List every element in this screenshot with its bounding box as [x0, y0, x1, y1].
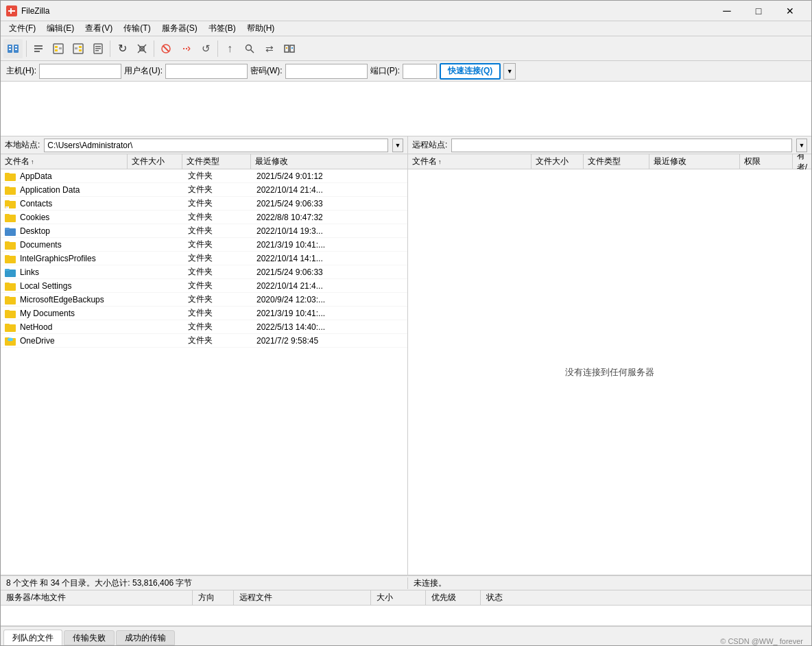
local-file-row[interactable]: MicrosoftEdgeBackups 文件夹 2020/9/24 12:03… [1, 293, 407, 307]
local-file-row[interactable]: My Documents 文件夹 2021/3/19 10:41:... [1, 307, 407, 320]
stop-button[interactable] [156, 39, 176, 58]
toggle-remote-tree-button[interactable] [69, 39, 88, 58]
remote-empty-text: 没有连接到任何服务器 [565, 366, 654, 379]
svg-rect-53 [5, 255, 10, 257]
disconnect-button[interactable] [176, 39, 195, 58]
svg-rect-13 [55, 46, 58, 48]
toggle-hidden-button[interactable] [132, 39, 152, 58]
col-header-modified[interactable]: 最近修改 [251, 154, 407, 169]
local-file-header: 文件名↑ 文件大小 文件类型 最近修改 [1, 154, 407, 169]
dir-up-button[interactable]: ↑ [220, 39, 239, 58]
queue-col-direction[interactable]: 方向 [193, 590, 234, 605]
quick-connect-dropdown[interactable]: ▼ [503, 63, 516, 80]
remote-path-dropdown[interactable]: ▼ [796, 139, 807, 152]
col-header-size[interactable]: 文件大小 [128, 154, 182, 169]
svg-rect-39 [5, 173, 10, 175]
minimize-button[interactable]: ─ [711, 1, 743, 21]
queue-col-remote[interactable]: 远程文件 [234, 590, 371, 605]
remote-path-input[interactable] [451, 139, 792, 152]
queue-col-priority[interactable]: 优先级 [426, 590, 481, 605]
find-button[interactable] [240, 39, 259, 58]
port-input[interactable] [403, 64, 437, 79]
svg-rect-22 [95, 48, 101, 49]
local-file-row[interactable]: Local Settings 文件夹 2022/10/14 21:4... [1, 279, 407, 293]
remote-col-size[interactable]: 文件大小 [532, 154, 584, 169]
local-path-input[interactable] [44, 139, 388, 152]
app-icon [6, 5, 17, 16]
queue-col-status[interactable]: 状态 [481, 590, 811, 605]
svg-rect-21 [95, 46, 101, 47]
local-file-row[interactable]: Cookies 文件夹 2022/8/8 10:47:32 [1, 211, 407, 224]
svg-rect-51 [5, 241, 10, 243]
file-icon [3, 253, 17, 264]
svg-rect-41 [5, 187, 10, 189]
tab-success[interactable]: 成功的传输 [116, 630, 175, 645]
user-label: 用户名(U): [124, 65, 163, 77]
col-header-type[interactable]: 文件类型 [182, 154, 251, 169]
local-file-row[interactable]: AppData 文件夹 2021/5/24 9:01:12 [1, 169, 407, 183]
file-name: IntelGraphicsProfiles [17, 254, 130, 263]
menu-item-edit[interactable]: 编辑(E) [41, 21, 80, 36]
local-file-row[interactable]: Application Data 文件夹 2022/10/14 21:4... [1, 183, 407, 197]
file-icon [3, 267, 17, 278]
local-path-label: 本地站点: [5, 139, 40, 151]
local-file-row[interactable]: IntelGraphicsProfiles 文件夹 2022/10/14 14:… [1, 252, 407, 265]
compare-dir-button[interactable] [280, 39, 299, 58]
path-bars: 本地站点: ▼ 远程站点: ▼ [1, 136, 811, 154]
file-type: 文件夹 [185, 335, 254, 346]
queue-col-server[interactable]: 服务器/本地文件 [1, 590, 193, 605]
local-file-row[interactable]: Links 文件夹 2021/5/24 9:06:33 [1, 265, 407, 279]
close-button[interactable]: ✕ [774, 1, 806, 21]
local-file-row[interactable]: NetHood 文件夹 2022/5/13 14:40:... [1, 320, 407, 334]
svg-rect-6 [15, 46, 17, 47]
menu-item-server[interactable]: 服务器(S) [156, 21, 203, 36]
queue-col-size[interactable]: 大小 [371, 590, 426, 605]
file-modified: 2021/5/24 9:01:12 [254, 171, 407, 181]
toggle-transfer-button[interactable] [88, 39, 108, 58]
remote-col-owner[interactable]: 所有者/组 [793, 154, 811, 169]
svg-rect-57 [5, 283, 10, 285]
tab-failed[interactable]: 传输失败 [64, 630, 115, 645]
menu-item-transfer[interactable]: 传输(T) [118, 21, 156, 36]
file-name: My Documents [17, 309, 130, 318]
col-header-name[interactable]: 文件名↑ [1, 154, 128, 169]
refresh-button[interactable]: ↻ [112, 39, 132, 58]
file-name: Links [17, 267, 130, 277]
svg-rect-59 [5, 296, 10, 298]
site-manager-button[interactable] [3, 39, 23, 58]
toggle-log-button[interactable] [29, 39, 48, 58]
menu-item-bookmark[interactable]: 书签(B) [203, 21, 241, 36]
local-file-row[interactable]: ↗ Contacts 文件夹 2021/5/24 9:06:33 [1, 197, 407, 211]
reconnect-button[interactable]: ↺ [196, 39, 215, 58]
local-file-list: AppData 文件夹 2021/5/24 9:01:12 Applicatio… [1, 169, 407, 575]
menu-item-file[interactable]: 文件(F) [3, 21, 41, 36]
svg-rect-55 [5, 269, 10, 271]
sync-browse-button[interactable]: ⇄ [260, 39, 279, 58]
local-file-row[interactable]: Desktop 文件夹 2022/10/14 19:3... [1, 224, 407, 238]
file-modified: 2022/10/14 21:4... [254, 281, 407, 291]
file-type: 文件夹 [185, 252, 254, 264]
toggle-local-tree-button[interactable] [49, 39, 68, 58]
tab-queued[interactable]: 列队的文件 [3, 630, 62, 646]
local-path-dropdown[interactable]: ▼ [392, 139, 403, 152]
remote-col-name[interactable]: 文件名↑ [408, 154, 532, 169]
maximize-button[interactable]: □ [743, 1, 774, 21]
quick-connect-button[interactable]: 快速连接(Q) [440, 63, 501, 80]
menu-item-help[interactable]: 帮助(H) [241, 21, 280, 36]
local-file-row[interactable]: OneDrive 文件夹 2021/7/2 9:58:45 [1, 334, 407, 348]
file-name: AppData [17, 171, 130, 181]
pass-label: 密码(W): [250, 65, 283, 77]
remote-col-type[interactable]: 文件类型 [584, 154, 649, 169]
user-input[interactable] [165, 64, 248, 79]
file-icon [3, 308, 17, 319]
menu-item-view[interactable]: 查看(V) [80, 21, 118, 36]
svg-rect-49 [5, 228, 10, 230]
remote-col-modified[interactable]: 最近修改 [649, 154, 741, 169]
host-input[interactable] [39, 64, 121, 79]
local-file-row[interactable]: Documents 文件夹 2021/3/19 10:41:... [1, 238, 407, 252]
queue-area [1, 606, 811, 626]
file-icon [3, 280, 17, 291]
remote-col-perm[interactable]: 权限 [740, 154, 792, 169]
pass-input[interactable] [285, 64, 368, 79]
file-icon [3, 294, 17, 305]
